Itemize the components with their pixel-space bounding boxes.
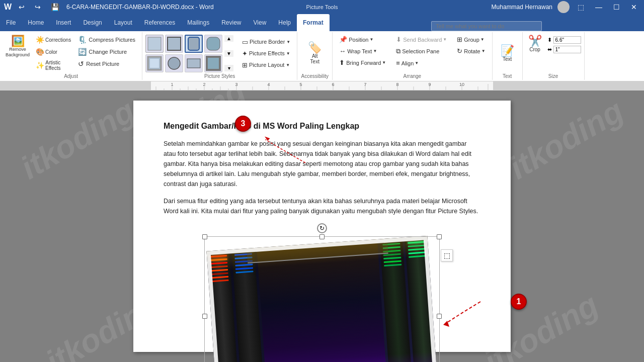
text-items: 📝 Text (498, 34, 517, 72)
tab-review[interactable]: Review (215, 14, 247, 31)
remove-bg-btn[interactable]: 🖼️ RemoveBackground (3, 34, 32, 59)
pic-styles-down[interactable]: ▼ (224, 50, 233, 57)
handle-tc[interactable] (319, 234, 325, 239)
svg-rect-8 (207, 57, 220, 70)
color-btn[interactable]: 🎨 Color (33, 46, 73, 57)
send-backward-btn[interactable]: ⬇ Send Backward ▼ (392, 34, 450, 45)
compress-btn[interactable]: 🗜️ Compress Pictures (74, 34, 139, 45)
size-inputs: ⬍ ⬌ (547, 36, 581, 53)
height-label: ⬍ (547, 37, 552, 43)
wrap-text-label: Wrap Text (347, 48, 372, 54)
size-label: Size (548, 72, 558, 79)
svg-rect-11 (151, 81, 493, 90)
remove-bg-icon: 🖼️ (11, 36, 25, 47)
pic-styles-more[interactable]: ▾ (224, 65, 233, 71)
wrap-text-float-icon[interactable]: ⬚ (441, 249, 453, 261)
tab-file[interactable]: File (0, 14, 22, 31)
corrections-label: Corrections (45, 37, 71, 43)
svg-rect-3 (207, 37, 220, 50)
annotation-3: 3 (235, 116, 251, 132)
close-btn[interactable]: ✕ (628, 2, 640, 12)
wrap-text-btn[interactable]: ↔ Wrap Text ▼ (336, 46, 389, 56)
minimize-btn[interactable]: — (592, 2, 605, 12)
handle-tr[interactable] (437, 234, 442, 239)
pic-style-3[interactable] (185, 35, 203, 53)
pic-style-6[interactable] (165, 54, 183, 72)
undo-btn[interactable]: ↩ (16, 2, 28, 12)
selection-container: ⬚ (211, 243, 433, 362)
svg-text:2: 2 (203, 82, 205, 87)
maximize-btn[interactable]: ☐ (610, 2, 623, 12)
tab-layout[interactable]: Layout (108, 14, 138, 31)
selection-pane-btn[interactable]: ⧉ Selection Pane (392, 46, 450, 57)
picture-border-icon: ▭ (242, 38, 248, 46)
tab-format[interactable]: Format (297, 14, 330, 31)
search-input[interactable] (431, 21, 542, 31)
remove-bg-label: RemoveBackground (6, 47, 30, 58)
pic-style-1[interactable] (145, 35, 164, 53)
rotate-handle[interactable]: ↻ (317, 223, 327, 233)
adjust-btns2: 🗜️ Compress Pictures 🔄 Change Picture ↺ … (74, 34, 139, 69)
pic-style-8[interactable] (204, 54, 222, 72)
tab-view[interactable]: View (248, 14, 273, 31)
pic-style-5[interactable] (145, 54, 164, 72)
tab-insert[interactable]: Insert (50, 14, 77, 31)
search-bar (330, 21, 644, 31)
corrections-btn[interactable]: ☀️ Corrections (33, 34, 73, 45)
align-label: Align (401, 60, 414, 66)
crop-btn[interactable]: ✂️ Crop (526, 34, 544, 54)
svg-text:8: 8 (396, 82, 398, 87)
text-icon: 📝 (501, 45, 514, 56)
redo-btn[interactable]: ↪ (32, 2, 44, 12)
picture-layout-icon: ⊞ (242, 61, 248, 69)
quick-save-btn[interactable]: 💾 (48, 2, 62, 12)
bring-forward-btn[interactable]: ⬆ Bring Forward ▼ (336, 57, 389, 68)
watermark-1: itkoding (14, 92, 141, 187)
artistic-effects-btn[interactable]: ✨ ArtisticEffects (33, 58, 73, 72)
align-btn[interactable]: ≡ Align ▼ (392, 58, 450, 68)
handle-ml[interactable] (202, 314, 207, 319)
handle-tl[interactable] (202, 234, 207, 239)
pic-style-2[interactable] (165, 35, 183, 53)
position-btn[interactable]: 📌 Position ▼ (336, 34, 389, 45)
app-window: W ↩ ↪ 💾 6-CARA-MENGEDIT-GAMBAR-DI-WORD.d… (0, 0, 644, 362)
svg-rect-10 (493, 81, 644, 90)
page: Mengedit Gambar/Foto di MS Word Paling L… (133, 101, 511, 352)
ribbon-group-picture-styles: ▲ ▼ ▾ ▭ Picture Border ▼ ✦ Picture Effec… (142, 32, 297, 80)
selection-pane-label: Selection Pane (402, 48, 439, 54)
text-group-label: Text (503, 72, 512, 79)
reset-picture-btn[interactable]: ↺ Reset Picture (74, 58, 139, 69)
tab-mailings[interactable]: Mailings (181, 14, 215, 31)
align-icon: ≡ (396, 59, 400, 67)
ribbon-toggle-btn[interactable]: ⬚ (575, 2, 587, 12)
text-btn[interactable]: 📝 Text (498, 44, 517, 63)
alt-text-btn[interactable]: 🏷️ AltText (305, 41, 324, 66)
pic-style-4[interactable] (204, 35, 222, 53)
pic-styles-up[interactable]: ▲ (224, 35, 233, 42)
corrections-icon: ☀️ (36, 36, 44, 44)
reset-icon: ↺ (78, 60, 84, 68)
group-arrow: ▼ (480, 37, 485, 42)
width-input[interactable] (553, 46, 581, 53)
handle-mr[interactable] (437, 314, 442, 319)
height-input[interactable] (553, 36, 581, 44)
light-3-6 (384, 260, 401, 263)
picture-border-btn[interactable]: ▭ Picture Border ▼ (238, 37, 294, 47)
svg-text:3: 3 (235, 82, 237, 87)
picture-layout-btn[interactable]: ⊞ Picture Layout ▼ (238, 60, 294, 70)
light-r8 (211, 280, 229, 282)
doc-area: itkoding itkoding itkoding itkoding itko… (0, 90, 644, 362)
tab-help[interactable]: Help (272, 14, 297, 31)
svg-text:10: 10 (459, 82, 464, 87)
ribbon-tabs-row: File Home Insert Design Layout Reference… (0, 14, 644, 31)
tab-design[interactable]: Design (77, 14, 108, 31)
ruler-svg: 1 2 3 4 5 6 7 8 9 10 (0, 81, 644, 90)
change-picture-btn[interactable]: 🔄 Change Picture (74, 46, 139, 57)
svg-rect-1 (168, 37, 181, 50)
picture-effects-btn[interactable]: ✦ Picture Effects ▼ (238, 48, 294, 59)
tab-home[interactable]: Home (22, 14, 50, 31)
tab-references[interactable]: References (138, 14, 181, 31)
group-btn[interactable]: ⊞ Group ▼ (453, 34, 489, 45)
rotate-btn[interactable]: ↻ Rotate ▼ (453, 46, 489, 56)
pic-style-7[interactable] (185, 54, 203, 72)
